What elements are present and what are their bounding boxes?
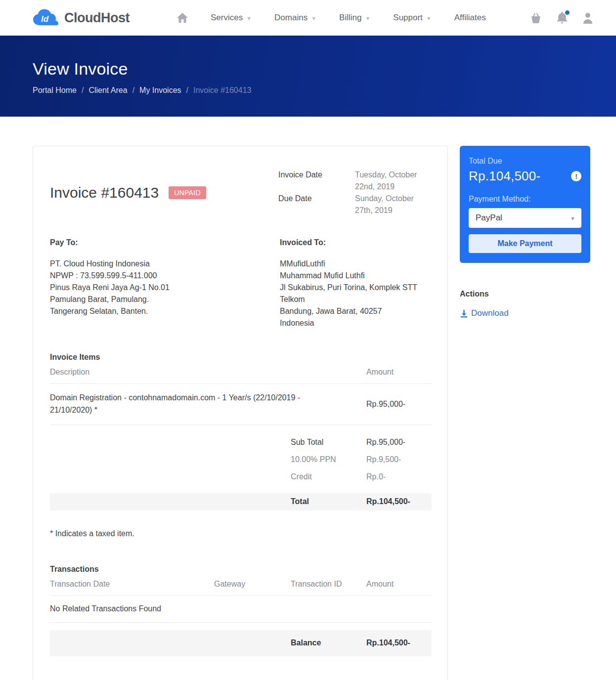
invoiced-to-block: Invoiced To: MMufidLuthfi Muhammad Mufid… <box>280 238 433 329</box>
column-amount: Amount <box>366 368 433 377</box>
pay-to-block: Pay To: PT. Cloud Hosting Indonesia NPWP… <box>50 238 280 329</box>
invoice-sidebar: Total Due Rp.104,500- ! Payment Method: … <box>460 146 590 320</box>
invoice-items-heading: Invoice Items <box>50 353 432 362</box>
pay-to-line: Pinus Raya Reni Jaya Ag-1 No.01 <box>50 282 280 294</box>
items-table-header: Description Amount <box>50 362 432 384</box>
transactions-heading: Transactions <box>50 565 432 574</box>
column-amount: Amount <box>366 580 433 589</box>
page-header: View Invoice Portal Home / Client Area /… <box>0 36 616 117</box>
invoice-item-row: Domain Registration - contohnamadomain.c… <box>50 384 432 425</box>
breadcrumb-my-invoices[interactable]: My Invoices <box>139 86 181 95</box>
column-transaction-date: Transaction Date <box>50 580 214 589</box>
total-value: Rp.104,500- <box>366 497 433 506</box>
navbar-actions <box>530 12 593 24</box>
nav-item-domains[interactable]: Domains ▼ <box>274 13 316 23</box>
status-badge: UNPAID <box>169 186 206 199</box>
no-transactions-message: No Related Transactions Found <box>50 596 432 623</box>
payment-method-label: Payment Method: <box>469 195 581 204</box>
home-icon[interactable] <box>177 13 188 23</box>
invoiced-to-line: Indonesia <box>280 317 433 329</box>
chevron-down-icon: ▼ <box>365 15 370 21</box>
download-icon <box>460 309 468 318</box>
total-label: Total <box>291 497 366 506</box>
svg-text:Id: Id <box>41 14 49 24</box>
totals-section: Sub Total Rp.95,000- 10.00% PPN Rp.9,500… <box>50 434 432 510</box>
total-row: Total Rp.104,500- <box>50 493 432 510</box>
pay-to-line: PT. Cloud Hosting Indonesia <box>50 258 280 270</box>
cart-icon[interactable] <box>530 12 542 23</box>
pay-to-line: Pamulang Barat, Pamulang. <box>50 294 280 305</box>
payment-method-selected-value: PayPal <box>476 213 502 223</box>
tax-label: 10.00% PPN <box>291 455 366 464</box>
total-due-card: Total Due Rp.104,500- ! Payment Method: … <box>460 146 590 263</box>
credit-value: Rp.0- <box>366 472 433 481</box>
balance-row: Balance Rp.104,500- <box>50 630 432 656</box>
item-description: Domain Registration - contohnamadomain.c… <box>50 391 366 416</box>
make-payment-button[interactable]: Make Payment <box>469 234 581 253</box>
item-amount: Rp.95,000- <box>366 398 433 410</box>
download-link[interactable]: Download <box>460 308 509 318</box>
column-description: Description <box>50 368 366 377</box>
invoiced-to-line: Muhammad Mufid Luthfi <box>280 270 433 282</box>
breadcrumb-separator: / <box>132 86 134 95</box>
chevron-down-icon: ▼ <box>426 15 432 21</box>
invoice-header: Invoice #160413 UNPAID Invoice Date Tues… <box>50 169 432 216</box>
nav-item-billing[interactable]: Billing ▼ <box>339 13 370 23</box>
payment-method-select[interactable]: PayPal ▼ <box>469 208 581 228</box>
invoiced-to-line: MMufidLuthfi <box>280 258 433 270</box>
page-title: View Invoice <box>33 59 583 79</box>
taxed-item-note: * Indicates a taxed item. <box>50 529 432 538</box>
sub-total-label: Sub Total <box>291 438 366 447</box>
brand-logo[interactable]: Id CloudHost <box>33 8 130 27</box>
due-date-value: Sunday, October 27th, 2019 <box>355 193 432 216</box>
sub-total-value: Rp.95,000- <box>366 438 433 447</box>
info-icon[interactable]: ! <box>571 171 581 181</box>
invoice-items-section: Invoice Items Description Amount Domain … <box>50 353 432 510</box>
invoice-dates: Invoice Date Tuesday, October 22nd, 2019… <box>278 169 432 216</box>
chevron-down-icon: ▼ <box>570 215 575 221</box>
credit-label: Credit <box>291 472 366 481</box>
chevron-down-icon: ▼ <box>311 15 316 21</box>
breadcrumb-current-invoice: Invoice #160413 <box>193 86 251 95</box>
nav-item-services[interactable]: Services ▼ <box>211 13 252 23</box>
column-transaction-id: Transaction ID <box>291 580 366 589</box>
invoice-date-value: Tuesday, October 22nd, 2019 <box>355 169 432 193</box>
pay-to-label: Pay To: <box>50 238 280 247</box>
invoice-number-title: Invoice #160413 <box>50 184 159 201</box>
top-navbar: Id CloudHost Services ▼ Domains ▼ Billin… <box>0 0 616 36</box>
user-account-icon[interactable] <box>582 12 593 24</box>
breadcrumb: Portal Home / Client Area / My Invoices … <box>33 86 583 95</box>
main-content: Invoice #160413 UNPAID Invoice Date Tues… <box>0 117 616 680</box>
invoice-date-label: Invoice Date <box>278 169 355 193</box>
nav-item-affiliates[interactable]: Affiliates <box>454 13 486 23</box>
chevron-down-icon: ▼ <box>246 15 252 21</box>
due-date-label: Due Date <box>278 193 355 216</box>
cloud-logo-icon: Id <box>33 8 60 27</box>
address-section: Pay To: PT. Cloud Hosting Indonesia NPWP… <box>50 238 432 329</box>
download-label: Download <box>471 308 509 318</box>
transactions-section: Transactions Transaction Date Gateway Tr… <box>50 565 432 656</box>
invoiced-to-line: Bandung, Jawa Barat, 40257 <box>280 305 433 317</box>
notifications-bell-icon[interactable] <box>557 12 568 24</box>
breadcrumb-separator: / <box>82 86 84 95</box>
breadcrumb-separator: / <box>186 86 188 95</box>
balance-label: Balance <box>291 638 366 647</box>
column-gateway: Gateway <box>214 580 291 589</box>
nav-item-support[interactable]: Support ▼ <box>393 13 431 23</box>
transactions-table-header: Transaction Date Gateway Transaction ID … <box>50 574 432 596</box>
balance-value: Rp.104,500- <box>366 638 433 647</box>
tax-value: Rp.9,500- <box>366 455 433 464</box>
pay-to-line: Tangerang Selatan, Banten. <box>50 305 280 317</box>
pay-to-line: NPWP : 73.599.599.5-411.000 <box>50 270 280 282</box>
total-due-amount: Rp.104,500- <box>469 169 540 184</box>
brand-name: CloudHost <box>64 10 130 26</box>
invoiced-to-label: Invoiced To: <box>280 238 433 247</box>
breadcrumb-client-area[interactable]: Client Area <box>88 86 127 95</box>
notification-dot <box>565 10 570 15</box>
actions-heading: Actions <box>460 290 590 298</box>
invoiced-to-line: Jl Sukabirus, Puri Torina, Komplek STT T… <box>280 282 433 305</box>
breadcrumb-portal-home[interactable]: Portal Home <box>33 86 77 95</box>
main-nav: Services ▼ Domains ▼ Billing ▼ Support ▼… <box>177 13 486 23</box>
invoice-card: Invoice #160413 UNPAID Invoice Date Tues… <box>33 146 448 680</box>
total-due-label: Total Due <box>469 157 581 166</box>
